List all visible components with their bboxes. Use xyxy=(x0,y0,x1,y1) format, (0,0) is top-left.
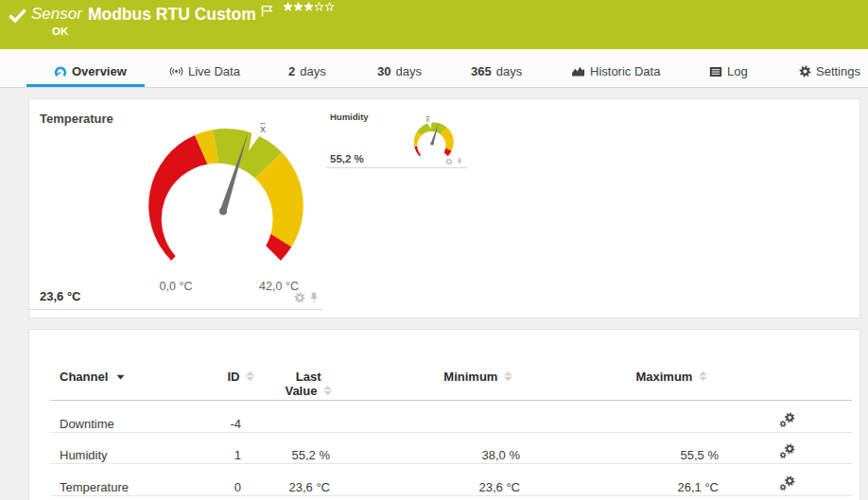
cell-last-value xyxy=(254,401,343,433)
tab-live-data[interactable]: Live Data xyxy=(169,56,240,87)
gauge-tile-actions xyxy=(291,292,320,303)
tab-label: Overview xyxy=(72,64,127,78)
column-header-maximum[interactable]: Maximum xyxy=(533,358,732,401)
cell-channel[interactable]: Downtime xyxy=(50,401,192,433)
gauge-segment-red xyxy=(148,135,207,261)
settings-icon xyxy=(799,65,811,78)
gauge-tile-temperature: x0,0 °C42,0 °C Temperature 23,6 °C xyxy=(28,98,322,310)
cell-channel[interactable]: Temperature xyxy=(50,464,192,496)
gauge-max-label: 42,0 °C xyxy=(259,280,299,293)
cell-actions xyxy=(732,464,852,496)
object-kind-label: Sensor xyxy=(31,4,82,25)
pin-icon[interactable] xyxy=(305,292,320,303)
tab-label-number: 365 xyxy=(471,64,492,78)
gauge-current-value: 55,2 % xyxy=(330,153,364,164)
tab-365-days[interactable]: 365days xyxy=(471,56,522,87)
cogs-icon[interactable] xyxy=(779,411,796,425)
cell-channel[interactable]: Humidity xyxy=(50,432,192,464)
sort-icon[interactable] xyxy=(699,371,707,382)
cell-minimum: 23,6 °C xyxy=(343,464,533,496)
cogs-icon[interactable] xyxy=(779,443,796,457)
tab-30-days[interactable]: 30days xyxy=(377,56,422,87)
cell-maximum: 55,5 % xyxy=(533,432,732,464)
channel-row-humidity: Humidity155,2 %38,0 %55,5 % xyxy=(50,432,852,464)
star-empty-icon[interactable] xyxy=(324,2,335,12)
column-header-channel[interactable]: Channel xyxy=(50,358,192,401)
channel-row-temperature: Temperature023,6 °C23,6 °C26,1 °C xyxy=(50,464,852,496)
tab-overview[interactable]: Overview xyxy=(54,56,127,87)
gauge-title: Humidity xyxy=(330,112,369,122)
cell-last-value: 23,6 °C xyxy=(254,464,343,496)
channel-row-downtime: Downtime-4 xyxy=(50,401,852,433)
gauge-icon xyxy=(54,65,67,78)
gauge-min-label: 0,0 °C xyxy=(160,280,193,293)
cell-last-value: 55,2 % xyxy=(254,432,343,464)
cell-maximum xyxy=(533,401,732,433)
tab-settings[interactable]: Settings xyxy=(799,56,860,87)
gauges-panel: x0,0 °C42,0 °C Temperature 23,6 °C x Hum… xyxy=(28,98,860,319)
channel-table: Channel ID LastValue Minimum Maximum Dow… xyxy=(50,358,852,496)
flag-icon[interactable] xyxy=(261,4,273,21)
cell-actions xyxy=(732,432,852,464)
column-header-minimum[interactable]: Minimum xyxy=(343,358,533,401)
sort-icon[interactable] xyxy=(246,371,254,382)
cell-actions xyxy=(732,401,852,433)
cell-maximum: 26,1 °C xyxy=(533,464,732,496)
tab-label: Log xyxy=(727,64,748,78)
mean-marker-label: x xyxy=(260,123,266,134)
sort-caret-down-icon[interactable] xyxy=(116,374,125,380)
gauge-segment-red xyxy=(414,146,421,156)
column-header-actions xyxy=(732,358,852,401)
cell-id: 0 xyxy=(192,464,254,496)
channel-table-head: Channel ID LastValue Minimum Maximum xyxy=(50,358,852,401)
cell-minimum: 38,0 % xyxy=(343,432,533,464)
historic-data-icon xyxy=(571,65,585,78)
channels-panel: Channel ID LastValue Minimum Maximum Dow… xyxy=(28,329,860,500)
gauge-current-value: 23,6 °C xyxy=(40,289,81,303)
column-header-last_value[interactable]: LastValue xyxy=(254,358,343,401)
column-header-id[interactable]: ID xyxy=(192,358,254,401)
gauge-title: Temperature xyxy=(40,112,113,126)
cell-id: -4 xyxy=(192,401,254,433)
cogs-icon[interactable] xyxy=(779,474,796,489)
star-filled-icon[interactable] xyxy=(304,2,314,12)
tab-label-number: 2 xyxy=(288,64,295,78)
priority-stars[interactable] xyxy=(283,2,335,12)
sensor-title-row: Sensor Modbus RTU Custom xyxy=(8,4,335,27)
cell-minimum xyxy=(343,401,533,433)
temperature-gauge: x0,0 °C42,0 °C xyxy=(28,98,322,309)
tab-label: days xyxy=(395,64,421,78)
star-empty-icon[interactable] xyxy=(314,2,324,12)
tab-bar: Overview Live Data2days30days365days His… xyxy=(0,49,868,88)
sensor-name: Modbus RTU Custom xyxy=(88,4,256,25)
cell-id: 1 xyxy=(192,432,254,464)
sensor-status-header: Sensor Modbus RTU Custom OK xyxy=(0,0,868,49)
tab-label: Settings xyxy=(816,64,860,78)
channel-table-body: Downtime-4 Humidity155,2 %38,0 %55,5 % T… xyxy=(50,401,852,496)
check-icon xyxy=(8,8,27,27)
star-filled-icon[interactable] xyxy=(293,2,304,12)
live-data-icon xyxy=(169,66,183,77)
pin-icon[interactable] xyxy=(453,158,463,165)
tab-historic-data[interactable]: Historic Data xyxy=(571,56,660,87)
gauge-tile-humidity: x Humidity 55,2 % xyxy=(326,98,467,168)
tab-label: days xyxy=(300,64,325,78)
tab-label: Historic Data xyxy=(590,64,660,78)
tab-2-days[interactable]: 2days xyxy=(288,56,326,87)
tab-label: Live Data xyxy=(188,64,240,78)
status-badge: OK xyxy=(52,26,68,37)
gear-icon[interactable] xyxy=(291,292,305,303)
sort-icon[interactable] xyxy=(504,371,512,382)
gear-icon[interactable] xyxy=(443,158,453,165)
log-icon xyxy=(709,66,722,78)
sort-icon[interactable] xyxy=(323,385,332,396)
tab-label-number: 30 xyxy=(377,64,391,78)
star-filled-icon[interactable] xyxy=(283,2,293,12)
gauge-tile-actions xyxy=(443,158,463,165)
tab-label: days xyxy=(496,64,522,78)
tab-log[interactable]: Log xyxy=(709,56,748,87)
